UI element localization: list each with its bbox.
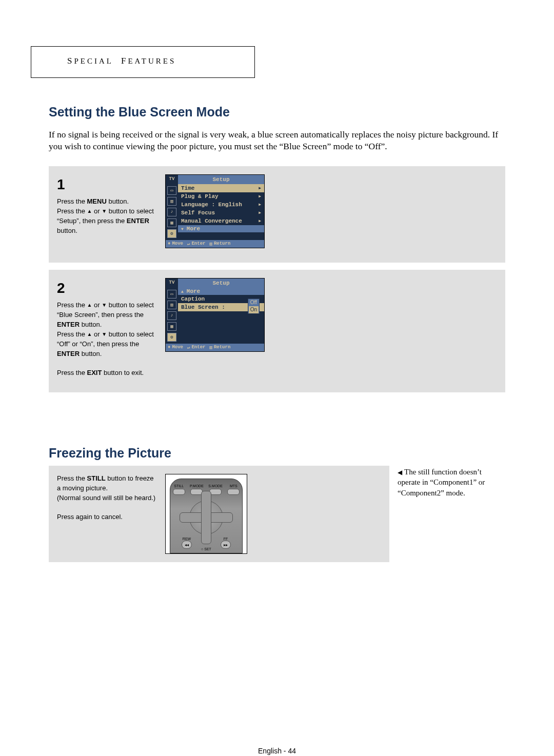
up-arrow-icon: ▲ [87, 302, 92, 308]
osd-setup-screen-2: TV Setup ▭ ▥ ♪ ▦ ⚙ ▲More Caption Blue Sc… [165, 278, 265, 352]
picture-icon: ▥ [167, 301, 176, 309]
setup-icon: ⚙ [167, 333, 176, 342]
right-arrow-icon: ▶ [256, 217, 261, 225]
right-arrow-icon: ▶ [256, 201, 261, 208]
freeze-panel: Press the STILL button to freeze a movin… [49, 466, 389, 562]
option-on: On [249, 306, 259, 313]
chapter-label: SPECIAL FEATURES [31, 46, 255, 78]
rew-button: ◂◂ [182, 541, 192, 549]
remote-btn-label-smode: S.MODE [208, 484, 223, 488]
down-arrow-icon: ▼ [102, 302, 107, 308]
osd-footer: ♦Move ↵Enter ▥Return [166, 344, 264, 351]
chapter-word2-rest: EATURES [128, 57, 176, 65]
up-arrow-icon: ▲ [87, 208, 92, 214]
down-arrow-icon: ▼ [102, 331, 107, 337]
return-icon: ▥ [209, 345, 212, 350]
section-heading-freeze: Freezing the Picture [49, 446, 505, 461]
ff-button-group: FF ▸▸ [221, 537, 231, 549]
osd-tv-label: TV [166, 278, 178, 288]
channel-icon: ▦ [167, 322, 176, 331]
step-1-text: 1 Press the MENU button. Press the ▲ or … [57, 174, 157, 236]
input-icon: ▭ [167, 186, 176, 195]
menu-item-language: Language : English▶ [178, 201, 264, 209]
remote-btn-label-still: STILL [174, 484, 184, 488]
osd-footer: ♦Move ↵Enter ▥Return [166, 240, 264, 248]
right-arrow-icon: ▶ [256, 193, 261, 200]
menu-item-manual-convergence: Manual Convergence▶ [178, 217, 264, 225]
return-icon: ▥ [209, 241, 212, 247]
step-2-number: 2 [57, 278, 157, 299]
step-2-panel: 2 Press the ▲ or ▼ button to select “Blu… [49, 270, 505, 392]
sound-icon: ♪ [167, 311, 176, 320]
menu-item-time: Time▶ [178, 184, 264, 192]
setup-icon: ⚙ [167, 229, 176, 238]
down-arrow-icon: ▼ [181, 227, 184, 231]
osd-setup-screen-1: TV Setup ▭ ▥ ♪ ▦ ⚙ Time▶ Plug & Play▶ La… [165, 174, 265, 248]
side-note: ◀The still function doesn’t operate in “… [398, 466, 505, 498]
right-arrow-icon: ▶ [256, 185, 261, 192]
chapter-word1-cap: S [67, 56, 74, 66]
up-arrow-icon: ▲ [181, 289, 184, 294]
page-footer: English - 44 [49, 747, 505, 755]
osd-side-icons: ▭ ▥ ♪ ▦ ⚙ [166, 288, 178, 344]
blue-screen-options-popup: Off On [248, 299, 260, 314]
rew-button-group: REW ◂◂ [182, 537, 192, 549]
freeze-text: Press the STILL button to freeze a movin… [57, 474, 157, 522]
move-icon: ♦ [168, 345, 170, 350]
menu-item-more: ▼More [178, 225, 264, 232]
dpad: ADD [189, 501, 223, 534]
osd-tv-label: TV [166, 175, 178, 184]
remote-btn-label-pmode: P.MODE [190, 484, 204, 488]
osd-title: Setup [178, 175, 264, 184]
remote-illustration: STILL P.MODE S.MODE MTS ADD REW ◂◂ [165, 474, 247, 554]
step-2-text: 2 Press the ▲ or ▼ button to select “Blu… [57, 278, 157, 378]
remote-btn-label-mts: MTS [230, 484, 238, 488]
menu-item-self-focus: Self Focus▶ [178, 209, 264, 217]
picture-icon: ▥ [167, 197, 176, 206]
input-icon: ▭ [167, 290, 176, 299]
still-button [173, 489, 185, 495]
step-1-number: 1 [57, 174, 157, 195]
chapter-word2-cap: F [121, 56, 128, 66]
enter-icon: ↵ [187, 241, 190, 247]
channel-icon: ▦ [167, 218, 176, 227]
mts-button [227, 489, 240, 495]
move-icon: ♦ [168, 241, 170, 246]
osd-side-icons: ▭ ▥ ♪ ▦ ⚙ [166, 184, 178, 240]
chapter-word1-rest: PECIAL [74, 57, 113, 65]
menu-item-more-top: ▲More [178, 288, 264, 295]
intro-text: If no signal is being received or the si… [49, 129, 505, 153]
section-heading-blue-screen: Setting the Blue Screen Mode [49, 105, 505, 120]
step-1-panel: 1 Press the MENU button. Press the ▲ or … [49, 166, 505, 263]
right-arrow-icon: ▶ [256, 209, 261, 216]
sound-icon: ♪ [167, 208, 176, 216]
left-arrow-icon: ◀ [398, 469, 402, 476]
up-arrow-icon: ▲ [87, 331, 92, 337]
down-arrow-icon: ▼ [102, 208, 107, 214]
option-off: Off [250, 299, 257, 306]
set-label: SET [201, 547, 211, 551]
ff-button: ▸▸ [221, 541, 231, 549]
dpad-vertical [201, 491, 211, 544]
enter-icon: ↵ [187, 345, 190, 350]
menu-item-plug-play: Plug & Play▶ [178, 192, 264, 201]
osd-title: Setup [178, 278, 264, 288]
